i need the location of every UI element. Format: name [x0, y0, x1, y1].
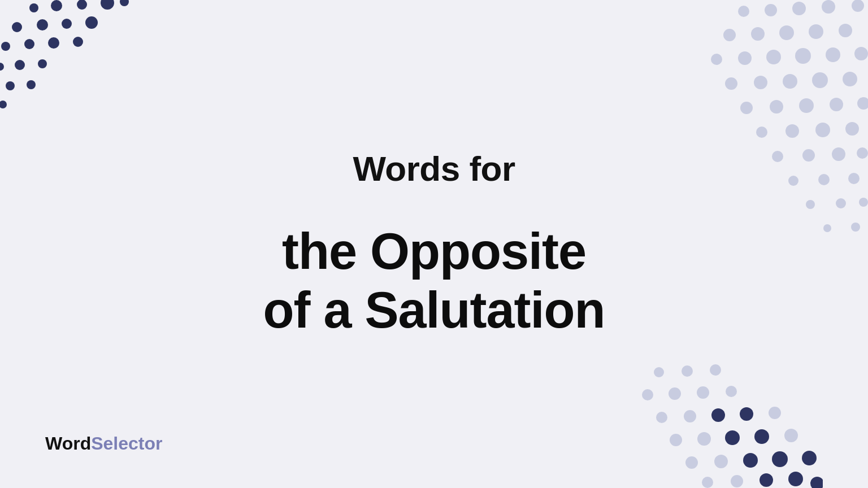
svg-point-0 [29, 3, 38, 12]
svg-point-20 [765, 4, 777, 16]
svg-point-43 [830, 98, 843, 111]
svg-point-3 [101, 0, 114, 10]
svg-point-5 [12, 22, 22, 32]
svg-point-40 [740, 102, 753, 114]
svg-point-83 [702, 477, 713, 488]
svg-point-8 [85, 16, 98, 29]
svg-point-23 [852, 0, 864, 12]
svg-point-61 [654, 367, 664, 377]
svg-point-37 [783, 74, 797, 89]
svg-point-11 [48, 37, 59, 49]
dots-bottom-right-decoration [642, 364, 823, 488]
svg-point-79 [714, 455, 728, 468]
svg-point-56 [806, 200, 815, 209]
svg-point-86 [788, 472, 803, 486]
svg-point-41 [770, 100, 783, 114]
svg-point-53 [788, 176, 798, 186]
svg-point-44 [857, 97, 868, 110]
svg-point-54 [818, 174, 830, 185]
svg-point-80 [743, 453, 758, 468]
svg-point-15 [38, 59, 47, 68]
main-content: Words for the Opposite of a Salutation [263, 149, 605, 339]
svg-point-73 [670, 434, 682, 446]
words-for-heading: Words for [263, 149, 605, 189]
svg-point-17 [27, 80, 36, 89]
svg-point-38 [812, 72, 828, 88]
svg-point-71 [740, 407, 753, 421]
svg-point-16 [6, 81, 15, 90]
svg-point-78 [685, 456, 698, 469]
svg-point-46 [785, 124, 799, 138]
svg-point-22 [822, 0, 835, 14]
svg-point-72 [769, 407, 781, 419]
svg-point-63 [710, 364, 721, 376]
svg-point-66 [697, 386, 709, 399]
svg-point-13 [0, 63, 4, 71]
svg-point-6 [37, 19, 48, 30]
svg-point-69 [684, 410, 696, 422]
svg-point-30 [738, 51, 752, 65]
svg-point-12 [73, 37, 83, 47]
dots-top-right-decoration [710, 0, 868, 237]
svg-point-81 [772, 451, 788, 467]
svg-point-57 [836, 198, 846, 208]
svg-point-51 [832, 147, 845, 161]
svg-point-85 [760, 473, 773, 487]
dots-top-left-decoration [0, 0, 136, 124]
svg-point-76 [754, 429, 769, 444]
svg-point-42 [799, 98, 814, 113]
svg-point-47 [815, 123, 830, 137]
svg-point-24 [723, 29, 736, 41]
svg-point-84 [731, 475, 743, 487]
svg-point-58 [859, 198, 868, 207]
svg-point-18 [0, 101, 7, 108]
svg-point-50 [802, 149, 815, 162]
svg-point-36 [754, 76, 767, 89]
svg-point-55 [848, 173, 860, 184]
subtitle-heading: the Opposite of a Salutation [263, 223, 605, 339]
svg-point-48 [845, 122, 859, 136]
svg-point-32 [795, 48, 811, 64]
svg-point-25 [751, 27, 765, 41]
svg-point-75 [725, 430, 740, 445]
svg-point-27 [809, 24, 823, 39]
svg-point-10 [24, 39, 34, 49]
svg-point-34 [854, 47, 868, 60]
svg-point-59 [823, 224, 831, 232]
svg-point-65 [669, 387, 681, 400]
svg-point-68 [656, 412, 667, 423]
svg-point-28 [839, 24, 852, 37]
svg-point-64 [642, 389, 653, 400]
svg-point-62 [682, 365, 693, 377]
svg-point-21 [792, 2, 806, 15]
svg-point-33 [826, 47, 840, 62]
svg-point-1 [51, 0, 62, 11]
svg-point-87 [810, 477, 823, 488]
svg-point-39 [843, 72, 857, 86]
logo-selector-part: Selector [91, 433, 162, 454]
svg-point-70 [711, 408, 725, 422]
subtitle-line1: the Opposite [263, 223, 605, 281]
svg-point-45 [756, 127, 767, 138]
svg-point-35 [725, 77, 737, 90]
svg-point-67 [726, 386, 737, 397]
svg-point-14 [15, 60, 25, 70]
svg-point-49 [772, 151, 783, 162]
logo-word-part: Word [45, 433, 91, 454]
svg-point-77 [784, 429, 798, 442]
svg-point-4 [120, 0, 129, 6]
svg-point-74 [697, 432, 711, 446]
svg-point-52 [857, 147, 868, 159]
svg-point-60 [851, 223, 860, 232]
svg-point-7 [62, 19, 72, 29]
svg-point-82 [802, 451, 817, 465]
svg-point-31 [766, 50, 781, 64]
svg-point-26 [779, 25, 794, 40]
svg-point-2 [77, 0, 87, 10]
svg-point-19 [738, 6, 749, 17]
svg-point-9 [1, 42, 10, 51]
logo: WordSelector [45, 433, 162, 454]
svg-point-29 [711, 54, 722, 65]
subtitle-line2: of a Salutation [263, 281, 605, 340]
